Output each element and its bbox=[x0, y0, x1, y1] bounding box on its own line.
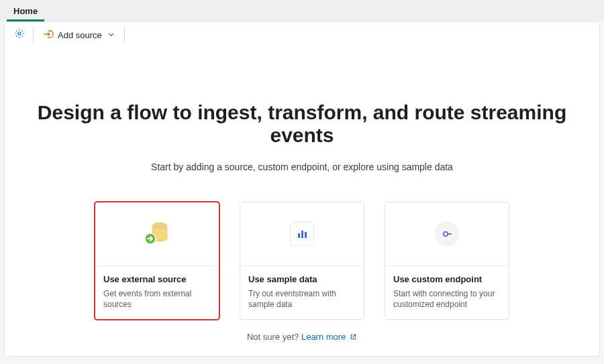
card-title: Use sample data bbox=[248, 274, 356, 284]
option-card-sample-data[interactable]: Use sample data Try out eventstream with… bbox=[240, 202, 364, 320]
page-subtitle: Start by adding a source, custom endpoin… bbox=[5, 162, 599, 172]
sample-data-icon bbox=[290, 222, 314, 246]
footer-hint: Not sure yet? Learn more bbox=[5, 332, 599, 343]
svg-point-0 bbox=[18, 32, 21, 35]
toolbar-divider-2 bbox=[124, 27, 125, 43]
toolbar-divider bbox=[33, 27, 34, 43]
custom-endpoint-icon bbox=[435, 222, 459, 246]
card-body: Use sample data Try out eventstream with… bbox=[240, 266, 364, 319]
card-body: Use custom endpoint Start with connectin… bbox=[385, 266, 509, 319]
card-image bbox=[240, 202, 364, 266]
card-desc: Try out eventstream with sample data bbox=[248, 288, 356, 310]
page-title: Design a flow to ingest, transform, and … bbox=[5, 101, 599, 147]
card-title: Use external source bbox=[103, 274, 211, 284]
svg-rect-5 bbox=[301, 231, 303, 238]
tab-bar: Home bbox=[0, 0, 604, 21]
gear-icon bbox=[13, 27, 26, 42]
card-body: Use external source Get events from exte… bbox=[95, 266, 219, 319]
settings-button[interactable] bbox=[10, 25, 29, 44]
option-card-external-source[interactable]: Use external source Get events from exte… bbox=[95, 202, 219, 320]
add-source-icon bbox=[43, 29, 54, 42]
hero-area: Design a flow to ingest, transform, and … bbox=[5, 48, 599, 356]
content-surface: Add source Design a flow to ingest, tran… bbox=[4, 21, 600, 357]
learn-more-label: Learn more bbox=[301, 332, 346, 342]
external-source-icon bbox=[141, 218, 173, 250]
learn-more-link[interactable]: Learn more bbox=[301, 332, 357, 342]
external-link-icon bbox=[347, 332, 357, 343]
svg-rect-4 bbox=[298, 233, 300, 238]
option-card-custom-endpoint[interactable]: Use custom endpoint Start with connectin… bbox=[385, 202, 509, 320]
card-title: Use custom endpoint bbox=[393, 274, 501, 284]
toolbar: Add source bbox=[5, 22, 599, 48]
hint-text: Not sure yet? bbox=[247, 332, 299, 342]
chevron-down-icon bbox=[107, 30, 115, 40]
svg-point-2 bbox=[152, 223, 167, 229]
card-image bbox=[95, 202, 219, 266]
svg-rect-6 bbox=[305, 232, 307, 238]
option-card-row: Use external source Get events from exte… bbox=[5, 202, 599, 320]
tab-home[interactable]: Home bbox=[7, 1, 44, 21]
card-desc: Get events from external sources bbox=[103, 288, 211, 310]
card-desc: Start with connecting to your customized… bbox=[393, 288, 501, 310]
add-source-label: Add source bbox=[58, 30, 102, 40]
add-source-button[interactable]: Add source bbox=[38, 25, 120, 44]
card-image bbox=[385, 202, 509, 266]
